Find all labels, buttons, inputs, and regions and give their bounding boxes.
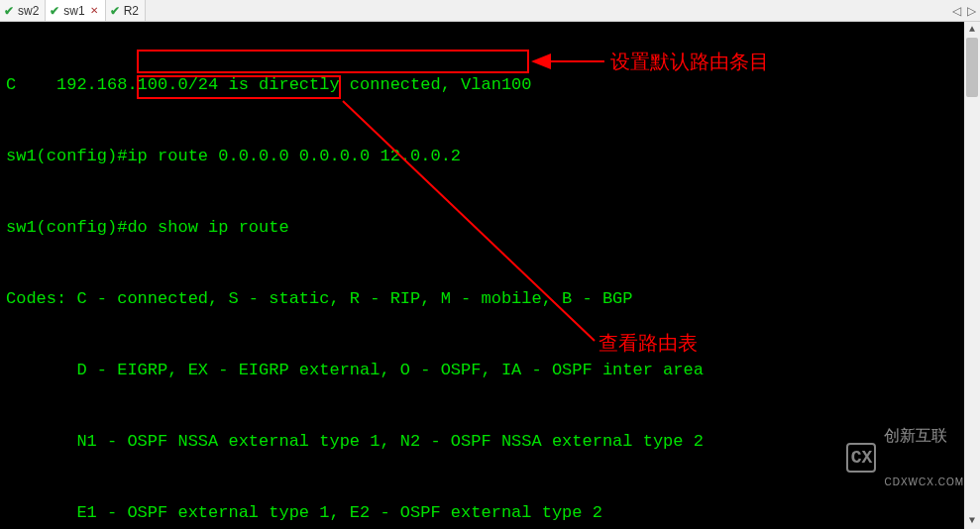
tab-label: sw2 — [18, 4, 39, 18]
check-icon: ✔ — [110, 5, 120, 17]
tab-r2[interactable]: ✔ R2 — [106, 0, 146, 21]
tab-sw1[interactable]: ✔ sw1 ✕ — [46, 0, 105, 21]
terminal-line: E1 - OSPF external type 1, E2 - OSPF ext… — [6, 501, 974, 525]
tab-sw2[interactable]: ✔ sw2 — [0, 0, 46, 21]
terminal-line: D - EIGRP, EX - EIGRP external, O - OSPF… — [6, 359, 974, 382]
watermark-line2: CDXWCX.COM — [884, 477, 964, 488]
terminal-line: sw1(config)#ip route 0.0.0.0 0.0.0.0 12.… — [6, 145, 974, 168]
tab-label: sw1 — [63, 4, 84, 18]
scroll-thumb[interactable] — [966, 38, 978, 97]
tab-nav: ◁ ▷ — [948, 0, 980, 21]
highlight-box-default-route — [137, 50, 529, 73]
annotation-show-route: 查看路由表 — [599, 331, 698, 355]
scrollbar[interactable]: ▲ ▼ — [964, 22, 980, 529]
terminal-line: N1 - OSPF NSSA external type 1, N2 - OSP… — [6, 430, 974, 454]
scroll-up-icon[interactable]: ▲ — [964, 22, 980, 38]
terminal-line: C 192.168.100.0/24 is directly connected… — [6, 73, 974, 97]
check-icon: ✔ — [4, 5, 14, 17]
tab-bar: ✔ sw2 ✔ sw1 ✕ ✔ R2 ◁ ▷ — [0, 0, 980, 22]
scroll-down-icon[interactable]: ▼ — [964, 513, 980, 529]
tab-next-icon[interactable]: ▷ — [967, 4, 976, 18]
tab-label: R2 — [124, 4, 139, 18]
scroll-track[interactable] — [966, 38, 978, 513]
terminal-line: sw1(config)#do show ip route — [6, 216, 974, 240]
tab-prev-icon[interactable]: ◁ — [952, 4, 961, 18]
annotation-default-route: 设置默认路由条目 — [610, 50, 769, 73]
terminal-output[interactable]: C 192.168.100.0/24 is directly connected… — [0, 22, 980, 529]
terminal-line: Codes: C - connected, S - static, R - RI… — [6, 287, 974, 311]
close-icon[interactable]: ✕ — [89, 6, 99, 16]
check-icon: ✔ — [50, 5, 59, 17]
